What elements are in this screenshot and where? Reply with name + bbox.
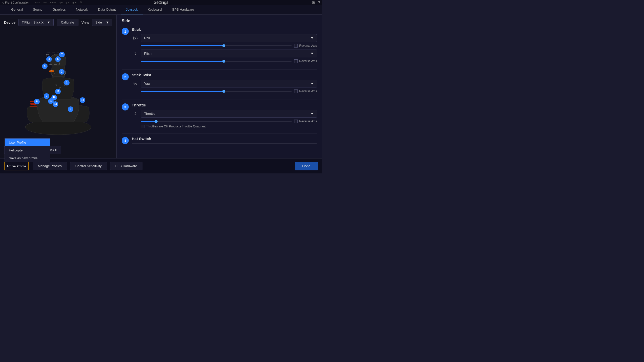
- control-sensitivity-button[interactable]: Control Sensitivity: [70, 162, 107, 170]
- throttle-extra-row: Throttles are CH Products Throttle Quadr…: [132, 125, 317, 128]
- badge-6[interactable]: 6: [55, 56, 61, 62]
- main-content: Device T.Flight Stick X ▼ Calibrate View…: [0, 15, 322, 158]
- section-hat-title: Hat Switch: [132, 137, 317, 141]
- settings-sliders-icon[interactable]: ⊞: [312, 1, 315, 5]
- profile-dropdown: User Profile Helicopter Save as new prof…: [5, 138, 50, 162]
- tab-graphics[interactable]: Graphics: [48, 5, 71, 14]
- roll-slider-row: Reverse Axis: [132, 44, 317, 48]
- pitch-reverse-row: Reverse Axis: [294, 59, 317, 63]
- section-badge-3: 3: [122, 103, 129, 110]
- page-title: Settings: [154, 0, 168, 5]
- badge-13[interactable]: 13: [53, 101, 58, 107]
- joystick-image-area: z XY ◁ ▷ ▽ 8D 1 2 3 4 5: [4, 29, 112, 144]
- top-bar: ◁ Flight Configuration 57:4 t-acf name c…: [0, 0, 322, 5]
- yaw-icon: ↻z: [132, 80, 139, 87]
- tab-sound[interactable]: Sound: [28, 5, 48, 14]
- calibrate-button[interactable]: Calibrate: [57, 19, 78, 26]
- section-hat-switch: 4 Hat Switch: [122, 137, 317, 144]
- profile-option-helicopter[interactable]: Helicopter: [5, 146, 50, 154]
- bottom-bar: Active Profile User Profile Helicopter S…: [0, 158, 322, 173]
- section-badge-2: 2: [122, 73, 129, 80]
- ch-products-checkbox[interactable]: [141, 125, 144, 128]
- nav-tabs: General Sound Graphics Network Data Outp…: [0, 5, 322, 15]
- tab-gps-hardware[interactable]: GPS Hardware: [167, 5, 199, 14]
- throttle-slider-row: Reverse Axis: [132, 120, 317, 123]
- roll-slider-track[interactable]: [141, 45, 292, 46]
- pitch-icon: ⇕: [132, 50, 139, 57]
- view-value: Side: [95, 20, 102, 24]
- pitch-slider-row: Reverse Axis: [132, 59, 317, 63]
- profile-option-save-new[interactable]: Save as new profile: [5, 154, 50, 162]
- badge-4[interactable]: 4: [46, 56, 52, 62]
- badge-2[interactable]: 2: [59, 69, 65, 75]
- badge-1[interactable]: 1: [64, 80, 70, 85]
- profile-option-user[interactable]: User Profile: [5, 139, 50, 146]
- right-panel: Side 1 Stick ⟨x⟩ Roll ▼: [116, 15, 322, 158]
- section-twist-content: Stick Twist ↻z Yaw ▼ Re: [132, 73, 317, 95]
- pitch-value: Pitch: [144, 52, 152, 55]
- roll-reverse-checkbox[interactable]: [294, 44, 298, 48]
- badge-8[interactable]: 8: [34, 99, 40, 104]
- back-label: Flight Configuration: [5, 1, 29, 4]
- tab-general[interactable]: General: [6, 5, 28, 14]
- yaw-slider-track[interactable]: [141, 91, 292, 92]
- yaw-reverse-checkbox[interactable]: [294, 89, 298, 93]
- section-badge-4: 4: [122, 137, 129, 144]
- throttle-dropdown[interactable]: Throttle ▼: [141, 110, 317, 118]
- badge-7[interactable]: 7: [59, 52, 65, 57]
- yaw-chevron-icon: ▼: [310, 82, 314, 85]
- side-title: Side: [122, 19, 317, 23]
- pitch-reverse-checkbox[interactable]: [294, 59, 298, 63]
- active-profile-label: Active Profile: [7, 165, 26, 168]
- top-right-icons: ⊞ ?: [312, 1, 320, 5]
- tab-joystick[interactable]: Joystick: [121, 5, 143, 14]
- badge-11[interactable]: 11: [55, 89, 61, 94]
- view-label: View: [81, 20, 89, 25]
- throttle-slider-track[interactable]: [141, 121, 292, 122]
- roll-reverse-label: Reverse Axis: [299, 44, 317, 48]
- badge-3[interactable]: 3: [68, 106, 73, 112]
- yaw-value: Yaw: [144, 82, 150, 85]
- yaw-dropdown[interactable]: Yaw ▼: [141, 80, 317, 87]
- throttle-value: Throttle: [144, 112, 155, 116]
- badge-14[interactable]: 14: [80, 97, 85, 103]
- help-icon[interactable]: ?: [318, 1, 320, 5]
- throttle-reverse-checkbox[interactable]: [294, 120, 298, 123]
- back-button[interactable]: ◁ Flight Configuration: [2, 1, 29, 4]
- view-chevron-icon: ▼: [106, 20, 109, 24]
- back-icon: ◁: [2, 1, 4, 4]
- pitch-dropdown[interactable]: Pitch ▼: [141, 50, 317, 57]
- tab-data-output[interactable]: Data Output: [93, 5, 121, 14]
- svg-text:▽: ▽: [59, 87, 61, 89]
- joystick-panel: Device T.Flight Stick X ▼ Calibrate View…: [0, 15, 116, 158]
- badge-5[interactable]: 5: [42, 63, 48, 69]
- done-button[interactable]: Done: [295, 162, 318, 170]
- roll-dropdown[interactable]: Roll ▼: [141, 34, 317, 42]
- section-twist-title: Stick Twist: [132, 73, 317, 77]
- tab-network[interactable]: Network: [71, 5, 93, 14]
- pfc-hardware-button[interactable]: PFC Hardware: [110, 162, 142, 170]
- section-stick-twist: 2 Stick Twist ↻z Yaw ▼: [122, 73, 317, 95]
- hat-slider-track[interactable]: [132, 143, 317, 144]
- device-value: T.Flight Stick X: [22, 20, 44, 24]
- roll-icon: ⟨x⟩: [132, 35, 139, 42]
- badge-9[interactable]: 9: [44, 93, 49, 99]
- section-badge-1: 1: [122, 28, 129, 35]
- pitch-chevron-icon: ▼: [310, 52, 314, 55]
- manage-profiles-button[interactable]: Manage Profiles: [33, 162, 67, 170]
- device-chevron-icon: ▼: [47, 20, 50, 24]
- tab-keyboard[interactable]: Keyboard: [143, 5, 167, 14]
- roll-value: Roll: [144, 36, 150, 40]
- view-select[interactable]: Side ▼: [92, 19, 112, 26]
- throttle-icon: ⇕: [132, 110, 139, 117]
- yaw-reverse-label: Reverse Axis: [299, 89, 317, 93]
- section-hat-content: Hat Switch: [132, 137, 317, 144]
- system-stats: 57:4 t-acf name cpu gpu grnd flit: [35, 1, 82, 4]
- section-stick-content: Stick ⟨x⟩ Roll ▼ Revers: [132, 27, 317, 64]
- device-label: Device: [4, 20, 15, 25]
- pitch-slider-track[interactable]: [141, 61, 292, 62]
- section-throttle-title: Throttle: [132, 103, 317, 107]
- device-select[interactable]: T.Flight Stick X ▼: [18, 19, 54, 26]
- pitch-axis-row: ⇕ Pitch ▼: [132, 50, 317, 57]
- section-throttle-content: Throttle ⇕ Throttle ▼ R: [132, 103, 317, 128]
